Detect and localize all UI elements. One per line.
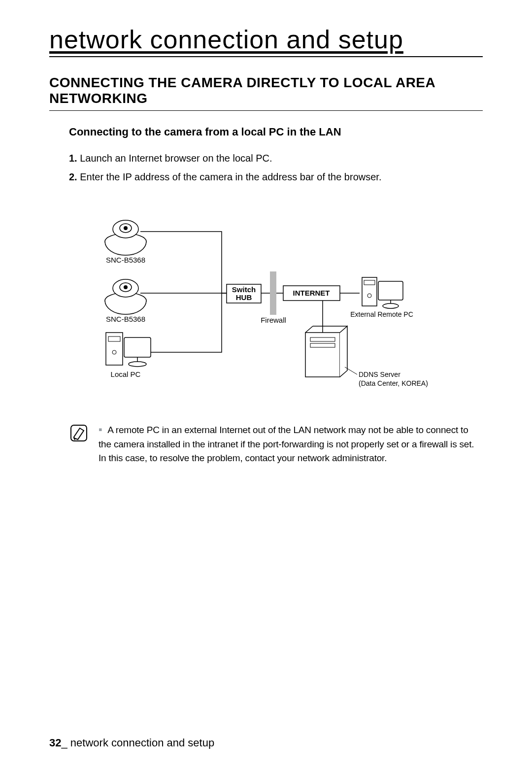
camera-icon	[105, 220, 146, 255]
external-pc-icon	[362, 277, 403, 308]
external-pc-label: External Remote PC	[350, 310, 413, 318]
internet-label: INTERNET	[293, 289, 330, 297]
steps-list: 1. Launch an Internet browser on the loc…	[69, 150, 483, 185]
local-pc-icon	[106, 333, 151, 367]
svg-line-26	[305, 326, 313, 333]
note-content: ▪ A remote PC in an external Internet ou…	[99, 423, 483, 466]
ddns-label2: (Data Center, KOREA)	[359, 379, 428, 387]
diagram-svg: SNC-B5368 SNC-B5368 Local PC	[79, 204, 453, 402]
svg-rect-20	[378, 281, 403, 300]
svg-rect-14	[124, 337, 151, 357]
bullet-icon: ▪	[99, 423, 102, 436]
svg-line-30	[74, 437, 75, 440]
camera1-label: SNC-B5368	[106, 256, 145, 264]
footer-sep: _	[61, 737, 67, 749]
manual-page: network connection and setup CONNECTING …	[0, 0, 532, 774]
note-icon	[69, 423, 89, 443]
switch-hub-label1: Switch	[232, 285, 256, 294]
network-diagram: SNC-B5368 SNC-B5368 Local PC	[79, 204, 463, 404]
step-item: 1. Launch an Internet browser on the loc…	[69, 150, 483, 166]
ddns-label1: DDNS Server	[359, 370, 400, 378]
page-footer: 32_ network connection and setup	[49, 737, 214, 749]
svg-point-16	[129, 362, 146, 367]
svg-point-6	[124, 226, 128, 230]
chapter-title: network connection and setup	[49, 25, 483, 57]
svg-point-22	[383, 303, 399, 308]
firewall-bar	[270, 271, 276, 315]
camera2-label: SNC-B5368	[106, 315, 145, 323]
camera-icon	[105, 279, 146, 314]
step-number: 2.	[69, 171, 77, 182]
footer-label: network connection and setup	[70, 737, 214, 749]
section-title: CONNECTING THE CAMERA DIRECTLY TO LOCAL …	[49, 75, 483, 111]
local-pc-label: Local PC	[111, 370, 141, 378]
page-number: 32	[49, 737, 61, 749]
ddns-server-icon	[305, 326, 347, 377]
svg-point-10	[124, 285, 128, 289]
step-number: 1.	[69, 153, 77, 164]
firewall-label: Firewall	[261, 316, 286, 324]
step-text: Enter the IP address of the camera in th…	[80, 171, 381, 182]
subsection-title: Connecting to the camera from a local PC…	[69, 126, 483, 138]
switch-hub-label2: HUB	[236, 293, 252, 302]
note-block: ▪ A remote PC in an external Internet ou…	[69, 423, 483, 466]
step-text: Launch an Internet browser on the local …	[80, 153, 272, 164]
step-item: 2. Enter the IP address of the camera in…	[69, 169, 483, 185]
note-text: A remote PC in an external Internet out …	[99, 425, 474, 463]
